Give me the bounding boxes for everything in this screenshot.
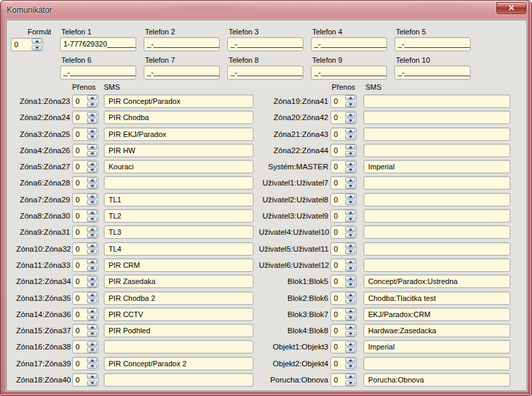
sms-input[interactable]: TL3 [104, 225, 254, 239]
spinner-down-button[interactable] [87, 347, 97, 353]
spinner-down-button[interactable] [345, 217, 355, 222]
spinner-up-button[interactable] [87, 194, 97, 199]
spinner-up-button[interactable] [87, 276, 97, 281]
sms-input[interactable]: PIR Chodba [104, 111, 254, 124]
prenos-spinner[interactable]: 0 [330, 291, 357, 305]
sms-input[interactable] [363, 111, 510, 124]
spinner-down-button[interactable] [87, 364, 97, 369]
prenos-spinner[interactable]: 0 [330, 209, 357, 223]
sms-input[interactable]: PIR CCTV [104, 308, 254, 321]
spinner-down-button[interactable] [345, 183, 355, 189]
prenos-spinner[interactable]: 0 [330, 258, 357, 272]
spinner-up-button[interactable] [87, 227, 97, 232]
prenos-spinner[interactable]: 0 [72, 193, 98, 206]
prenos-spinner[interactable]: 0 [330, 193, 357, 206]
title-bar[interactable]: Komunikátor ✕ [1, 1, 531, 20]
spinner-down-button[interactable] [87, 249, 97, 254]
spinner-up-button[interactable] [345, 374, 355, 379]
sms-input[interactable]: PIR Concept/Paradox 2 [104, 357, 254, 370]
prenos-spinner[interactable]: 0 [72, 291, 98, 305]
sms-input[interactable]: PIR Concept/Paradox [104, 94, 254, 108]
phone-input[interactable]: _-____________________ [227, 37, 303, 51]
prenos-spinner[interactable]: 0 [330, 308, 357, 321]
prenos-spinner[interactable]: 0 [72, 324, 98, 337]
spinner-down-button[interactable] [87, 134, 97, 140]
sms-input[interactable]: Hardwae:Zasedacka [363, 324, 510, 337]
sms-input[interactable] [104, 373, 254, 387]
sms-input[interactable] [104, 176, 254, 190]
spinner-up-button[interactable] [345, 144, 355, 150]
prenos-spinner[interactable]: 0 [330, 242, 357, 256]
spinner-up-button[interactable] [87, 177, 97, 183]
sms-input[interactable]: Imperial [363, 160, 510, 173]
close-button[interactable]: ✕ [496, 2, 527, 14]
spinner-down-button[interactable] [87, 331, 97, 337]
spinner-up-button[interactable] [345, 177, 355, 183]
spinner-down-button[interactable] [345, 331, 355, 337]
spinner-up-button[interactable] [345, 324, 355, 330]
spinner-down-button[interactable] [87, 217, 97, 222]
spinner-down-button[interactable] [87, 200, 97, 205]
prenos-spinner[interactable]: 0 [72, 176, 98, 190]
prenos-spinner[interactable]: 0 [72, 242, 98, 256]
prenos-spinner[interactable]: 0 [330, 176, 357, 190]
prenos-spinner[interactable]: 0 [72, 308, 98, 321]
spinner-down-button[interactable] [87, 298, 97, 304]
spinner-down-button[interactable] [87, 102, 97, 107]
spinner-up-button[interactable] [87, 95, 97, 101]
sms-input[interactable] [363, 258, 510, 272]
spinner-down-button[interactable] [87, 118, 97, 123]
spinner-down-button[interactable] [87, 233, 97, 238]
sms-input[interactable] [363, 242, 510, 256]
spinner-up-button[interactable] [87, 341, 97, 347]
phone-input[interactable]: _-____________________ [394, 65, 471, 80]
spinner-up-button[interactable] [32, 38, 42, 44]
prenos-spinner[interactable]: 0 [72, 128, 98, 141]
phone-input[interactable]: _-____________________ [394, 37, 471, 51]
spinner-down-button[interactable] [87, 151, 97, 157]
prenos-spinner[interactable]: 0 [330, 144, 357, 157]
prenos-spinner[interactable]: 0 [330, 111, 357, 124]
spinner-down-button[interactable] [345, 134, 355, 140]
phone-input[interactable]: _-____________________ [144, 37, 220, 51]
spinner-down-button[interactable] [87, 315, 97, 320]
spinner-up-button[interactable] [87, 374, 97, 379]
phone-input[interactable]: _-____________________ [227, 65, 303, 80]
spinner-up-button[interactable] [345, 276, 355, 281]
prenos-spinner[interactable]: 0 [72, 209, 98, 223]
prenos-spinner[interactable]: 0 [72, 94, 98, 108]
prenos-spinner[interactable]: 0 [72, 275, 98, 288]
sms-input[interactable]: PIR CRM [104, 258, 254, 272]
prenos-spinner[interactable]: 0 [330, 128, 357, 141]
sms-input[interactable]: Porucha:Obnova [363, 373, 510, 387]
spinner-up-button[interactable] [345, 358, 355, 363]
sms-input[interactable]: PIR HW [104, 144, 254, 157]
sms-input[interactable] [363, 176, 510, 190]
spinner-down-button[interactable] [345, 266, 355, 271]
prenos-spinner[interactable]: 0 [330, 94, 357, 108]
prenos-spinner[interactable]: 0 [72, 340, 98, 353]
spinner-down-button[interactable] [32, 45, 42, 51]
spinner-down-button[interactable] [87, 380, 97, 386]
spinner-up-button[interactable] [87, 292, 97, 298]
prenos-spinner[interactable]: 0 [72, 144, 98, 157]
spinner-down-button[interactable] [345, 364, 355, 369]
prenos-spinner[interactable]: 0 [330, 160, 357, 173]
prenos-spinner[interactable]: 0 [72, 357, 98, 370]
spinner-up-button[interactable] [87, 243, 97, 248]
spinner-up-button[interactable] [87, 259, 97, 264]
prenos-spinner[interactable]: 0 [330, 225, 357, 239]
sms-input[interactable]: PIR EKJ/Paradox [104, 128, 254, 141]
sms-input[interactable]: PIR Podhled [104, 324, 254, 337]
prenos-spinner[interactable]: 0 [330, 373, 357, 387]
spinner-up-button[interactable] [87, 324, 97, 330]
prenos-spinner[interactable]: 0 [72, 160, 98, 173]
sms-input[interactable] [363, 193, 510, 206]
spinner-down-button[interactable] [87, 183, 97, 189]
format-spinner[interactable]: 0 [11, 38, 43, 51]
sms-input[interactable]: EKJ/Paradox:CRM [363, 308, 510, 321]
sms-input[interactable] [363, 128, 510, 141]
phone-input[interactable]: 1-777629320_________ [60, 37, 136, 51]
sms-input[interactable] [363, 225, 510, 239]
sms-input[interactable]: Kouraci [104, 160, 254, 173]
